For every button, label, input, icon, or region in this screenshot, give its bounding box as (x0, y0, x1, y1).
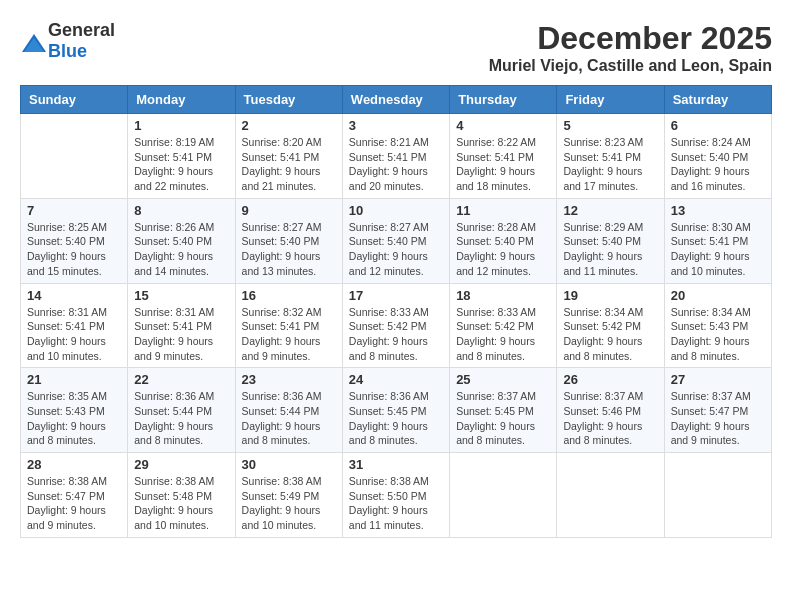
day-number: 9 (242, 203, 336, 218)
day-number: 12 (563, 203, 657, 218)
table-row: 20 Sunrise: 8:34 AMSunset: 5:43 PMDaylig… (664, 283, 771, 368)
table-row: 26 Sunrise: 8:37 AMSunset: 5:46 PMDaylig… (557, 368, 664, 453)
calendar-week-row: 21 Sunrise: 8:35 AMSunset: 5:43 PMDaylig… (21, 368, 772, 453)
day-info: Sunrise: 8:38 AMSunset: 5:49 PMDaylight:… (242, 475, 322, 531)
day-info: Sunrise: 8:33 AMSunset: 5:42 PMDaylight:… (349, 306, 429, 362)
day-number: 1 (134, 118, 228, 133)
day-number: 14 (27, 288, 121, 303)
day-info: Sunrise: 8:38 AMSunset: 5:48 PMDaylight:… (134, 475, 214, 531)
header-wednesday: Wednesday (342, 86, 449, 114)
day-info: Sunrise: 8:27 AMSunset: 5:40 PMDaylight:… (349, 221, 429, 277)
day-number: 2 (242, 118, 336, 133)
day-info: Sunrise: 8:31 AMSunset: 5:41 PMDaylight:… (27, 306, 107, 362)
day-info: Sunrise: 8:26 AMSunset: 5:40 PMDaylight:… (134, 221, 214, 277)
day-info: Sunrise: 8:32 AMSunset: 5:41 PMDaylight:… (242, 306, 322, 362)
table-row: 5 Sunrise: 8:23 AMSunset: 5:41 PMDayligh… (557, 114, 664, 199)
day-info: Sunrise: 8:37 AMSunset: 5:46 PMDaylight:… (563, 390, 643, 446)
table-row: 16 Sunrise: 8:32 AMSunset: 5:41 PMDaylig… (235, 283, 342, 368)
day-number: 6 (671, 118, 765, 133)
day-number: 28 (27, 457, 121, 472)
table-row: 19 Sunrise: 8:34 AMSunset: 5:42 PMDaylig… (557, 283, 664, 368)
day-number: 5 (563, 118, 657, 133)
table-row: 7 Sunrise: 8:25 AMSunset: 5:40 PMDayligh… (21, 198, 128, 283)
table-row: 4 Sunrise: 8:22 AMSunset: 5:41 PMDayligh… (450, 114, 557, 199)
day-number: 19 (563, 288, 657, 303)
table-row: 1 Sunrise: 8:19 AMSunset: 5:41 PMDayligh… (128, 114, 235, 199)
day-info: Sunrise: 8:23 AMSunset: 5:41 PMDaylight:… (563, 136, 643, 192)
logo-blue: Blue (48, 41, 87, 61)
calendar-week-row: 28 Sunrise: 8:38 AMSunset: 5:47 PMDaylig… (21, 453, 772, 538)
day-info: Sunrise: 8:29 AMSunset: 5:40 PMDaylight:… (563, 221, 643, 277)
table-row: 3 Sunrise: 8:21 AMSunset: 5:41 PMDayligh… (342, 114, 449, 199)
table-row: 27 Sunrise: 8:37 AMSunset: 5:47 PMDaylig… (664, 368, 771, 453)
day-info: Sunrise: 8:38 AMSunset: 5:50 PMDaylight:… (349, 475, 429, 531)
day-number: 26 (563, 372, 657, 387)
header-thursday: Thursday (450, 86, 557, 114)
logo-icon (20, 32, 44, 50)
month-title: December 2025 (489, 20, 772, 57)
day-number: 8 (134, 203, 228, 218)
table-row: 21 Sunrise: 8:35 AMSunset: 5:43 PMDaylig… (21, 368, 128, 453)
logo-text: General Blue (48, 20, 115, 62)
day-number: 23 (242, 372, 336, 387)
header-tuesday: Tuesday (235, 86, 342, 114)
day-info: Sunrise: 8:24 AMSunset: 5:40 PMDaylight:… (671, 136, 751, 192)
table-row: 31 Sunrise: 8:38 AMSunset: 5:50 PMDaylig… (342, 453, 449, 538)
day-number: 25 (456, 372, 550, 387)
day-number: 13 (671, 203, 765, 218)
header-monday: Monday (128, 86, 235, 114)
day-info: Sunrise: 8:36 AMSunset: 5:44 PMDaylight:… (242, 390, 322, 446)
calendar-week-row: 1 Sunrise: 8:19 AMSunset: 5:41 PMDayligh… (21, 114, 772, 199)
day-info: Sunrise: 8:20 AMSunset: 5:41 PMDaylight:… (242, 136, 322, 192)
logo: General Blue (20, 20, 115, 62)
day-number: 29 (134, 457, 228, 472)
day-info: Sunrise: 8:36 AMSunset: 5:44 PMDaylight:… (134, 390, 214, 446)
day-info: Sunrise: 8:34 AMSunset: 5:42 PMDaylight:… (563, 306, 643, 362)
day-number: 16 (242, 288, 336, 303)
title-section: December 2025 Muriel Viejo, Castille and… (489, 20, 772, 75)
table-row: 14 Sunrise: 8:31 AMSunset: 5:41 PMDaylig… (21, 283, 128, 368)
day-number: 30 (242, 457, 336, 472)
day-info: Sunrise: 8:27 AMSunset: 5:40 PMDaylight:… (242, 221, 322, 277)
day-number: 18 (456, 288, 550, 303)
day-info: Sunrise: 8:31 AMSunset: 5:41 PMDaylight:… (134, 306, 214, 362)
location-title: Muriel Viejo, Castille and Leon, Spain (489, 57, 772, 75)
table-row: 29 Sunrise: 8:38 AMSunset: 5:48 PMDaylig… (128, 453, 235, 538)
day-info: Sunrise: 8:21 AMSunset: 5:41 PMDaylight:… (349, 136, 429, 192)
day-number: 11 (456, 203, 550, 218)
calendar-week-row: 7 Sunrise: 8:25 AMSunset: 5:40 PMDayligh… (21, 198, 772, 283)
table-row: 17 Sunrise: 8:33 AMSunset: 5:42 PMDaylig… (342, 283, 449, 368)
table-row: 8 Sunrise: 8:26 AMSunset: 5:40 PMDayligh… (128, 198, 235, 283)
table-row: 9 Sunrise: 8:27 AMSunset: 5:40 PMDayligh… (235, 198, 342, 283)
table-row: 18 Sunrise: 8:33 AMSunset: 5:42 PMDaylig… (450, 283, 557, 368)
day-number: 3 (349, 118, 443, 133)
day-info: Sunrise: 8:28 AMSunset: 5:40 PMDaylight:… (456, 221, 536, 277)
day-info: Sunrise: 8:36 AMSunset: 5:45 PMDaylight:… (349, 390, 429, 446)
table-row: 10 Sunrise: 8:27 AMSunset: 5:40 PMDaylig… (342, 198, 449, 283)
table-row: 11 Sunrise: 8:28 AMSunset: 5:40 PMDaylig… (450, 198, 557, 283)
header-sunday: Sunday (21, 86, 128, 114)
day-number: 27 (671, 372, 765, 387)
table-row: 24 Sunrise: 8:36 AMSunset: 5:45 PMDaylig… (342, 368, 449, 453)
day-info: Sunrise: 8:34 AMSunset: 5:43 PMDaylight:… (671, 306, 751, 362)
table-row (21, 114, 128, 199)
header-saturday: Saturday (664, 86, 771, 114)
table-row: 13 Sunrise: 8:30 AMSunset: 5:41 PMDaylig… (664, 198, 771, 283)
table-row (664, 453, 771, 538)
calendar-table: Sunday Monday Tuesday Wednesday Thursday… (20, 85, 772, 538)
day-info: Sunrise: 8:33 AMSunset: 5:42 PMDaylight:… (456, 306, 536, 362)
day-number: 21 (27, 372, 121, 387)
table-row: 23 Sunrise: 8:36 AMSunset: 5:44 PMDaylig… (235, 368, 342, 453)
day-info: Sunrise: 8:37 AMSunset: 5:45 PMDaylight:… (456, 390, 536, 446)
day-number: 4 (456, 118, 550, 133)
logo-general: General (48, 20, 115, 40)
table-row: 15 Sunrise: 8:31 AMSunset: 5:41 PMDaylig… (128, 283, 235, 368)
table-row: 22 Sunrise: 8:36 AMSunset: 5:44 PMDaylig… (128, 368, 235, 453)
header-friday: Friday (557, 86, 664, 114)
day-info: Sunrise: 8:22 AMSunset: 5:41 PMDaylight:… (456, 136, 536, 192)
table-row (557, 453, 664, 538)
table-row: 2 Sunrise: 8:20 AMSunset: 5:41 PMDayligh… (235, 114, 342, 199)
day-number: 24 (349, 372, 443, 387)
day-number: 20 (671, 288, 765, 303)
page-header: General Blue December 2025 Muriel Viejo,… (20, 20, 772, 75)
